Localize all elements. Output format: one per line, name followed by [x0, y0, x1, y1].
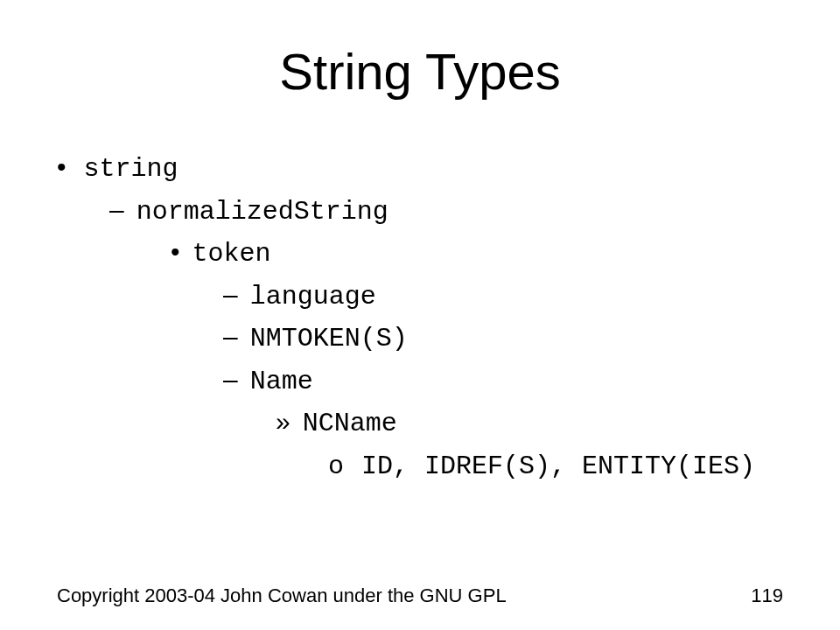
list-text: Name [250, 367, 313, 396]
page-number: 119 [751, 584, 783, 607]
list-item: NMTOKEN(S) [223, 317, 805, 360]
list-item: string [57, 147, 805, 190]
list-text: NMTOKEN(S) [250, 324, 408, 354]
list-text: ID, IDREF(S), ENTITY(IES) [361, 452, 755, 481]
list-text: string [84, 154, 178, 184]
copyright-text: Copyright 2003-04 John Cowan under the G… [57, 584, 507, 607]
list-item: NCName [276, 402, 805, 444]
slide-footer: Copyright 2003-04 John Cowan under the G… [57, 584, 783, 607]
list-item: normalizedString [109, 190, 805, 233]
slide-title: String Types [0, 42, 840, 101]
list-item: language [223, 275, 805, 318]
list-text: normalizedString [136, 197, 388, 227]
list-item: token [171, 232, 805, 275]
list-text: token [192, 239, 271, 269]
slide-content: string normalizedString token language N… [57, 147, 805, 486]
list-item: ID, IDREF(S), ENTITY(IES) [328, 444, 805, 487]
list-text: language [250, 282, 376, 312]
list-text: NCName [303, 409, 397, 438]
list-item: Name [223, 360, 805, 402]
slide: String Types string normalizedString tok… [0, 0, 840, 630]
